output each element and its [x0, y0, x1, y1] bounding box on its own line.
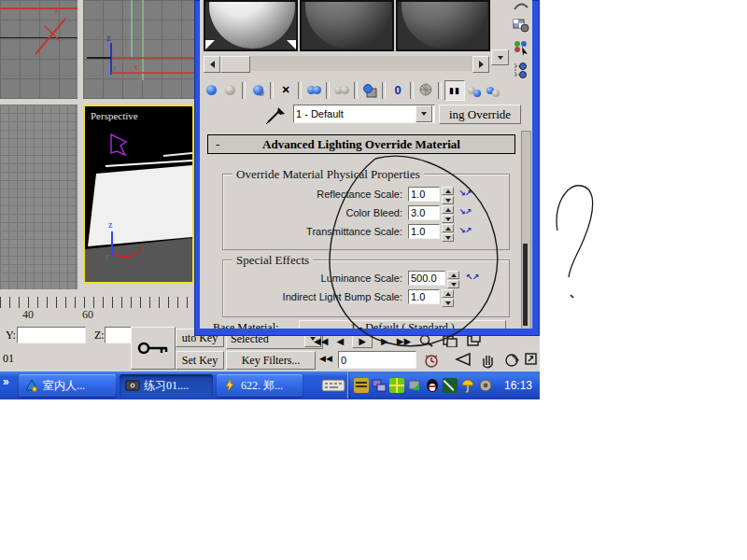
set-key-button[interactable]: Set Key [176, 351, 224, 370]
pan-hand-icon[interactable] [478, 351, 499, 369]
axis-tripod-icon: z x y [83, 0, 194, 99]
go-forward-to-sibling-icon[interactable] [484, 81, 502, 100]
status-prompt: 01 [3, 352, 14, 366]
zoom-extents-icon[interactable] [466, 334, 481, 347]
rollout-header[interactable]: - Advanced Lighting Override Material [207, 134, 515, 154]
select-by-material-icon[interactable] [513, 39, 529, 56]
tray-qq-penguin-icon[interactable] [425, 378, 440, 393]
tray-docs-icon[interactable] [354, 378, 369, 393]
minmax-toggle-icon[interactable] [524, 351, 540, 369]
y-coordinate-input[interactable] [17, 327, 86, 343]
field-of-view-icon[interactable] [454, 351, 474, 369]
key-filters-button[interactable]: Key Filters... [226, 351, 316, 370]
taskbar-task-2[interactable]: 练习01.... [120, 374, 213, 397]
indirect-light-bump-scale-input[interactable] [408, 289, 440, 304]
make-unique-icon[interactable] [332, 81, 351, 100]
taskbar-task-1[interactable]: 室内人... [19, 374, 116, 397]
input-method-keyboard-icon[interactable] [321, 377, 345, 394]
reflectance-scale-spinner[interactable] [442, 187, 454, 204]
tray-sync-icon[interactable] [407, 378, 422, 393]
wire-parameter-icon[interactable]: ↘↗ [458, 226, 471, 235]
tray-network-icon[interactable] [372, 378, 387, 393]
desktop-capture: x z x y Perspective z y [0, 0, 540, 399]
transmittance-scale-input[interactable] [408, 224, 440, 239]
slot-corner-marker [205, 40, 215, 49]
luminance-scale-spinner[interactable] [447, 271, 459, 288]
material-editor-window[interactable]: ✕ 0 ▮▮ [194, 0, 540, 336]
time-configuration-icon[interactable] [422, 352, 441, 369]
go-to-start-icon[interactable]: ◀◀ [314, 336, 328, 346]
tray-volume-icon[interactable] [478, 378, 493, 393]
toolbar-separator [270, 82, 274, 99]
material-id-channel-icon[interactable]: 0 [388, 81, 407, 100]
viewport-top-right[interactable]: z x y [83, 0, 194, 99]
put-to-library-icon[interactable] [360, 81, 379, 100]
arc-rotate-icon[interactable] [502, 351, 523, 369]
current-frame-input[interactable] [338, 351, 416, 369]
question-mark-dot [571, 295, 573, 298]
viewport-bottom-left[interactable] [0, 105, 78, 289]
transmittance-scale-spinner[interactable] [442, 224, 454, 242]
taskbar-task-3[interactable]: 622. 郑... [217, 374, 303, 397]
tray-clock: 16:13 [504, 379, 532, 392]
get-material-icon[interactable] [202, 81, 220, 100]
rollout-scrollbar-thumb[interactable] [523, 244, 528, 326]
options-icon[interactable] [513, 17, 529, 34]
color-bleed-spinner[interactable] [442, 205, 454, 223]
luminance-scale-label: Luminance Scale: [258, 273, 402, 284]
base-material-button[interactable]: 1 - Default ( Standard ) [299, 320, 506, 329]
material-name-dropdown[interactable]: 1 - Default [293, 105, 435, 123]
viewport-perspective[interactable]: Perspective z y x [83, 105, 194, 284]
rollout-title: Advanced Lighting Override Material [262, 137, 460, 152]
tray-dict-icon[interactable] [443, 378, 458, 393]
indirect-light-bump-scale-spinner[interactable] [442, 289, 454, 307]
put-material-to-scene-icon[interactable] [220, 81, 239, 100]
scrollbar-thumb[interactable] [220, 56, 250, 73]
viewport-top-left[interactable]: x [0, 0, 78, 99]
rollout-scrollbar[interactable] [521, 131, 531, 329]
dropdown-arrow-icon[interactable] [416, 105, 432, 122]
track-bar-ticks [0, 297, 194, 308]
base-material-label: Base Material: [213, 321, 278, 329]
reflectance-scale-input[interactable] [408, 187, 440, 202]
wire-parameter-icon[interactable]: ↘↗ [458, 189, 471, 198]
color-bleed-input[interactable] [408, 205, 440, 220]
make-material-copy-icon[interactable] [304, 81, 323, 100]
show-map-in-viewport-icon[interactable] [416, 81, 435, 100]
next-frame-icon[interactable]: ▶ [381, 336, 388, 346]
scroll-right-icon[interactable] [472, 56, 489, 73]
make-preview-icon[interactable] [513, 0, 529, 11]
zoom-all-icon[interactable] [443, 334, 458, 347]
track-bar[interactable]: 40 60 [0, 295, 194, 325]
material-sample-slot-2[interactable] [300, 0, 394, 51]
material-sample-slot-3[interactable] [396, 0, 490, 51]
go-to-end-icon[interactable]: ▶▶ [397, 336, 411, 346]
show-end-result-icon[interactable]: ▮▮ [444, 80, 465, 101]
rollout-collapse-icon[interactable]: - [216, 137, 219, 152]
slot-corner-marker [287, 40, 296, 49]
material-map-navigator-icon[interactable] [513, 62, 529, 80]
y-coordinate-label: Y: [6, 329, 16, 343]
key-mode-toggle-icon[interactable]: ◀◀ [319, 354, 332, 363]
previous-frame-icon[interactable]: ◀ [336, 336, 344, 346]
sample-scrollbar[interactable] [204, 56, 489, 71]
zoom-icon[interactable] [419, 334, 434, 347]
assign-material-to-selection-icon[interactable] [248, 81, 267, 100]
go-to-parent-icon[interactable] [465, 81, 484, 100]
set-keys-button[interactable] [131, 327, 176, 370]
tray-umbrella-icon[interactable] [460, 378, 475, 393]
toolbar-separator [410, 82, 414, 99]
pick-material-eyedropper-icon[interactable] [265, 105, 288, 125]
reset-map-icon[interactable]: ✕ [276, 81, 295, 100]
wire-parameter-icon[interactable]: ↘↗ [458, 207, 471, 217]
tray-kingsoft-icon[interactable] [389, 378, 404, 393]
material-type-button[interactable]: ing Override [439, 105, 521, 124]
luminance-scale-input[interactable] [408, 271, 445, 286]
wire-parameter-icon[interactable]: ↖↗ [466, 273, 478, 282]
quick-launch-chevron-icon[interactable]: » [3, 375, 9, 388]
material-sample-slot-1[interactable] [204, 0, 298, 51]
scroll-left-icon[interactable] [204, 56, 220, 73]
svg-text:z: z [108, 219, 113, 230]
material-sphere-icon [305, 0, 391, 49]
slot-scroll-down-button[interactable] [491, 49, 509, 65]
